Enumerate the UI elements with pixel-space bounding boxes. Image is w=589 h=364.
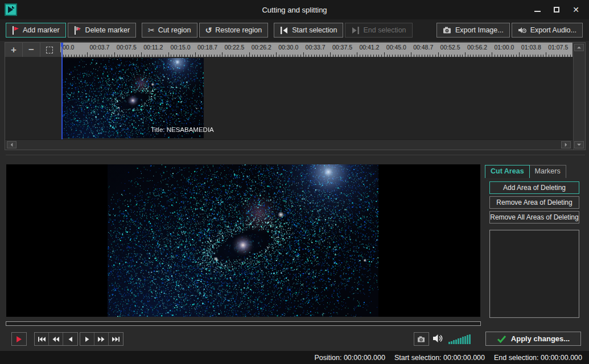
maximize-icon	[554, 7, 559, 13]
go-to-end-button[interactable]	[109, 333, 123, 345]
timeline-hscrollbar[interactable]	[5, 139, 572, 150]
ruler-tick	[303, 52, 304, 57]
mute-button[interactable]	[433, 334, 443, 343]
panel-tabs: Cut Areas Markers	[485, 165, 566, 178]
fast-forward-icon	[98, 337, 105, 342]
volume-bar	[467, 335, 468, 344]
minimize-icon	[534, 11, 541, 12]
timeline-panel: + − 00.000:03.700:07.500:11.200:15.000:1…	[5, 42, 586, 150]
volume-bar	[462, 337, 464, 344]
cutting-splitting-window: Cutting and splitting ✕ Add marker Delet…	[0, 0, 589, 364]
ruler-label: 00:56.2	[467, 44, 487, 51]
backward-controls	[34, 332, 78, 346]
cut-areas-panel: Cut Areas Markers Add Area of Deleting R…	[485, 164, 586, 329]
camera-icon	[443, 26, 452, 34]
timeline-zoom-controls: + −	[5, 43, 60, 57]
volume-slider[interactable]	[448, 333, 476, 344]
playhead-cap	[61, 43, 63, 47]
step-back-button[interactable]	[63, 333, 77, 345]
maximize-button[interactable]	[547, 0, 566, 19]
ruler-tick	[330, 52, 331, 57]
fit-selection-icon	[46, 47, 53, 53]
export-image-button[interactable]: Export Image...	[436, 23, 510, 38]
ruler-label: 00:26.2	[252, 44, 271, 51]
video-preview	[6, 164, 480, 317]
volume-bar	[464, 336, 466, 345]
tab-cut-areas[interactable]: Cut Areas	[485, 165, 530, 178]
arrow-left-icon	[10, 143, 14, 147]
delete-marker-button[interactable]: Delete marker	[68, 23, 137, 38]
end-selection-button[interactable]: End selection	[345, 23, 412, 38]
tab-markers[interactable]: Markers	[530, 165, 566, 178]
volume-bar	[469, 334, 471, 345]
rewind-icon	[52, 337, 59, 342]
delete-flag-icon	[74, 26, 82, 35]
ruler-label: 00.0	[63, 44, 74, 51]
play-button[interactable]	[11, 332, 27, 346]
ruler-tick	[141, 52, 142, 57]
scroll-right-button[interactable]	[561, 141, 571, 148]
close-button[interactable]: ✕	[566, 0, 586, 19]
clip-title: Title: NESABAMEDIA	[151, 126, 214, 133]
ruler-tick	[276, 52, 277, 57]
red-flag-icon	[12, 26, 19, 35]
toolbar: Add marker Delete marker ✂ Cut region ↺ …	[0, 19, 589, 41]
rewind-button[interactable]	[49, 333, 63, 345]
start-selection-button[interactable]: Start selection	[274, 23, 343, 38]
restore-region-button[interactable]: ↺ Restore region	[199, 23, 269, 38]
add-area-button[interactable]: Add Area of Deleting	[489, 181, 579, 194]
volume-bar	[448, 342, 450, 344]
forward-controls	[80, 332, 123, 346]
scissors-icon: ✂	[148, 26, 155, 34]
step-forward-icon	[85, 337, 89, 342]
scroll-down-button[interactable]	[574, 141, 584, 148]
volume-bar	[460, 338, 462, 345]
ruler-label: 00:11.2	[143, 44, 163, 51]
snapshot-button[interactable]	[414, 332, 429, 346]
ruler-tick	[168, 52, 169, 57]
timeline-ruler[interactable]: 00.000:03.700:07.500:11.200:15.000:18.70…	[60, 43, 572, 57]
remove-area-button[interactable]: Remove Area of Deleting	[489, 196, 579, 209]
volume-bar	[451, 341, 452, 345]
arrow-up-icon	[577, 46, 581, 49]
ruler-label: 00:07.5	[117, 44, 137, 51]
arrow-right-icon	[564, 143, 568, 147]
ruler-tick	[222, 52, 223, 57]
scroll-up-button[interactable]	[574, 44, 584, 51]
minimize-button[interactable]	[528, 0, 547, 19]
ruler-tick	[438, 52, 439, 57]
section-separator	[6, 155, 585, 155]
cut-areas-list[interactable]	[489, 230, 579, 318]
end-selection-icon	[351, 27, 360, 34]
ruler-tick	[195, 52, 196, 57]
step-forward-button[interactable]	[80, 333, 94, 345]
timeline-track[interactable]: Title: NESABAMEDIA	[5, 57, 572, 139]
zoom-fit-button[interactable]	[40, 43, 58, 57]
remove-all-areas-button[interactable]: Remove All Areas of Deleting	[489, 211, 579, 224]
ruler-tick	[519, 52, 520, 57]
volume-bar	[453, 340, 455, 344]
ruler-tick	[546, 52, 546, 57]
scroll-left-button[interactable]	[7, 141, 17, 148]
seek-bar[interactable]	[6, 321, 481, 326]
ruler-label: 00:52.5	[440, 44, 460, 51]
playhead[interactable]	[61, 43, 63, 139]
ruler-label: 01:00.0	[494, 44, 514, 51]
skip-start-icon	[38, 337, 46, 342]
ruler-tick	[411, 52, 411, 57]
ruler-label: 01:07.5	[548, 44, 568, 51]
transport-bar: Apply changes...	[0, 332, 589, 346]
fast-forward-button[interactable]	[94, 333, 109, 345]
zoom-in-button[interactable]: +	[5, 43, 23, 57]
go-to-start-button[interactable]	[35, 333, 49, 345]
timeline-vscrollbar[interactable]	[573, 43, 585, 150]
cut-region-button[interactable]: ✂ Cut region	[142, 23, 197, 38]
camera-audio-icon	[518, 26, 527, 34]
zoom-out-button[interactable]: −	[23, 43, 40, 57]
title-bar: Cutting and splitting ✕	[0, 0, 589, 19]
ruler-label: 01:03.8	[521, 44, 541, 51]
apply-changes-button[interactable]: Apply changes...	[485, 332, 581, 346]
status-position: Position: 00:00:00.000	[314, 354, 385, 362]
export-audio-button[interactable]: Export Audio...	[512, 23, 583, 38]
add-marker-button[interactable]: Add marker	[6, 23, 66, 38]
